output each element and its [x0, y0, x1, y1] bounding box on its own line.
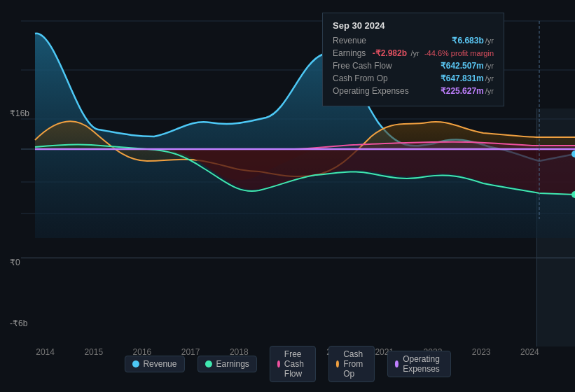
profit-margin: -44.6% profit margin	[424, 49, 494, 57]
zero-line	[21, 258, 575, 258]
tooltip-row-revenue: Revenue ₹6.683b/yr	[333, 36, 494, 46]
tooltip-value: ₹6.683b	[452, 36, 483, 46]
tooltip-value-earnings: -₹2.982b	[373, 48, 407, 58]
x-label: 2023	[472, 347, 491, 357]
x-label: 2015	[84, 347, 103, 357]
legend-dot-opex	[395, 360, 399, 368]
legend-item-revenue[interactable]: Revenue	[124, 356, 184, 372]
x-label: 2014	[36, 347, 55, 357]
legend-label-earnings: Earnings	[216, 359, 249, 369]
legend-item-fcf[interactable]: Free Cash Flow	[270, 346, 316, 382]
tooltip-row-cashop: Cash From Op ₹647.831m/yr	[333, 74, 494, 83]
tooltip-value-fcf: ₹642.507m	[441, 61, 484, 71]
tooltip-label: Revenue	[333, 36, 366, 46]
legend-item-cashop[interactable]: Cash From Op	[328, 346, 375, 382]
tooltip-row-fcf: Free Cash Flow ₹642.507m/yr	[333, 61, 494, 71]
legend-label-cashop: Cash From Op	[343, 349, 367, 379]
legend-label-fcf: Free Cash Flow	[284, 349, 308, 379]
tooltip-label: Cash From Op	[333, 74, 388, 83]
x-label: 2024	[520, 347, 539, 357]
tooltip-row-opex: Operating Expenses ₹225.627m/yr	[333, 86, 494, 96]
tooltip-row-earnings: Earnings -₹2.982b /yr -44.6% profit marg…	[333, 48, 494, 58]
tooltip-label: Earnings	[333, 48, 366, 58]
legend-dot-cashop	[336, 360, 339, 368]
legend: Revenue Earnings Free Cash Flow Cash Fro…	[124, 346, 450, 382]
tooltip-label: Free Cash Flow	[333, 61, 392, 71]
tooltip-title: Sep 30 2024	[333, 20, 494, 31]
y-label-zero: ₹0	[10, 258, 20, 267]
legend-label-opex: Operating Expenses	[403, 354, 443, 374]
y-label-neg: -₹6b	[10, 318, 27, 328]
tooltip-value-opex: ₹225.627m	[441, 86, 484, 96]
legend-dot-earnings	[205, 360, 212, 368]
tooltip-card: Sep 30 2024 Revenue ₹6.683b/yr Earnings …	[322, 13, 504, 106]
legend-dot-fcf	[277, 360, 280, 368]
legend-label-revenue: Revenue	[143, 359, 176, 369]
legend-item-opex[interactable]: Operating Expenses	[387, 351, 451, 377]
legend-item-earnings[interactable]: Earnings	[197, 356, 256, 372]
tooltip-label: Operating Expenses	[333, 86, 409, 96]
legend-dot-revenue	[132, 360, 139, 368]
tooltip-value-cashop: ₹647.831m	[441, 74, 484, 83]
